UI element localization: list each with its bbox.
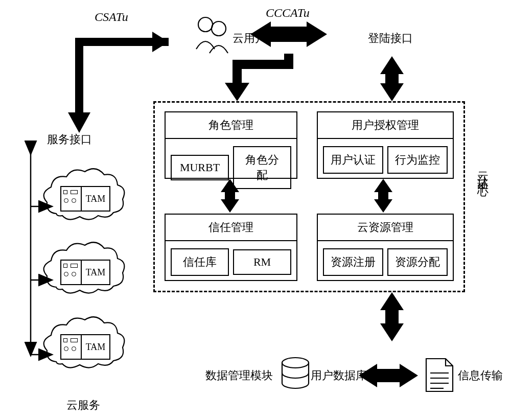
users-icon xyxy=(196,17,228,53)
tam-box-2: TAM xyxy=(60,260,110,285)
behavior-monitor-sub: 行为监控 xyxy=(387,146,448,174)
tam-text-2: TAM xyxy=(82,261,109,284)
user-to-box-arrow xyxy=(225,54,289,101)
role-assign-sub: 角色分配 xyxy=(233,146,291,189)
user-cert-sub: 用户认证 xyxy=(323,146,383,174)
svg-point-32 xyxy=(282,358,309,368)
service-interface-label: 服务接口 xyxy=(47,132,92,147)
document-icon xyxy=(426,359,453,391)
rm-sub: RM xyxy=(233,249,291,275)
user-auth-mgmt-module: 用户授权管理 用户认证 行为监控 xyxy=(317,111,454,179)
user-db-label: 用户数据库 xyxy=(311,368,367,383)
role-mgmt-module: 角色管理 MURBT 角色分配 xyxy=(165,111,297,179)
database-icon xyxy=(282,358,309,388)
info-transfer-label: 信息传输 xyxy=(458,368,503,383)
resource-assign-sub: 资源分配 xyxy=(387,248,448,276)
svg-rect-4 xyxy=(266,27,312,42)
cccatu-label: CCCATu xyxy=(266,6,310,20)
auth-center-label: 云认证中心 xyxy=(475,164,491,179)
login-arrow xyxy=(380,56,404,101)
svg-rect-25 xyxy=(373,369,404,382)
murbt-sub: MURBT xyxy=(171,155,229,180)
login-interface-label: 登陆接口 xyxy=(368,31,413,46)
svg-marker-27 xyxy=(400,364,418,387)
svg-marker-13 xyxy=(380,83,404,101)
cloud-res-mgmt-title: 云资源管理 xyxy=(318,215,453,241)
tam-box-3: TAM xyxy=(60,334,110,360)
svg-point-15 xyxy=(212,21,226,36)
role-mgmt-title: 角色管理 xyxy=(166,112,296,139)
svg-marker-3 xyxy=(68,112,90,133)
service-interface-arrow xyxy=(31,153,51,355)
data-mgmt-module-label: 数据管理模块 xyxy=(205,368,273,383)
trust-mgmt-title: 信任管理 xyxy=(166,215,296,241)
svg-marker-2 xyxy=(152,32,169,52)
box-to-db-arrow xyxy=(380,292,404,341)
csatuu-label: CSATu xyxy=(95,10,128,24)
svg-marker-12 xyxy=(380,56,404,74)
cloud-service-label: 云服务 xyxy=(66,398,100,413)
db-doc-arrow xyxy=(359,364,418,387)
svg-marker-10 xyxy=(225,83,249,101)
svg-marker-6 xyxy=(307,21,327,47)
cloud-res-mgmt-module: 云资源管理 资源注册 资源分配 xyxy=(317,214,454,281)
resource-register-sub: 资源注册 xyxy=(323,248,383,276)
cloud-user-label: 云用户 xyxy=(233,31,266,46)
user-auth-mgmt-title: 用户授权管理 xyxy=(318,112,453,139)
tam-box-1: TAM xyxy=(60,186,110,212)
svg-point-14 xyxy=(198,17,213,32)
tam-text-3: TAM xyxy=(82,335,109,359)
svg-marker-24 xyxy=(380,323,404,341)
trust-store-sub: 信任库 xyxy=(171,248,229,276)
svg-marker-23 xyxy=(380,292,404,310)
trust-mgmt-module: 信任管理 信任库 RM xyxy=(165,214,297,281)
tam-text-1: TAM xyxy=(82,187,109,211)
